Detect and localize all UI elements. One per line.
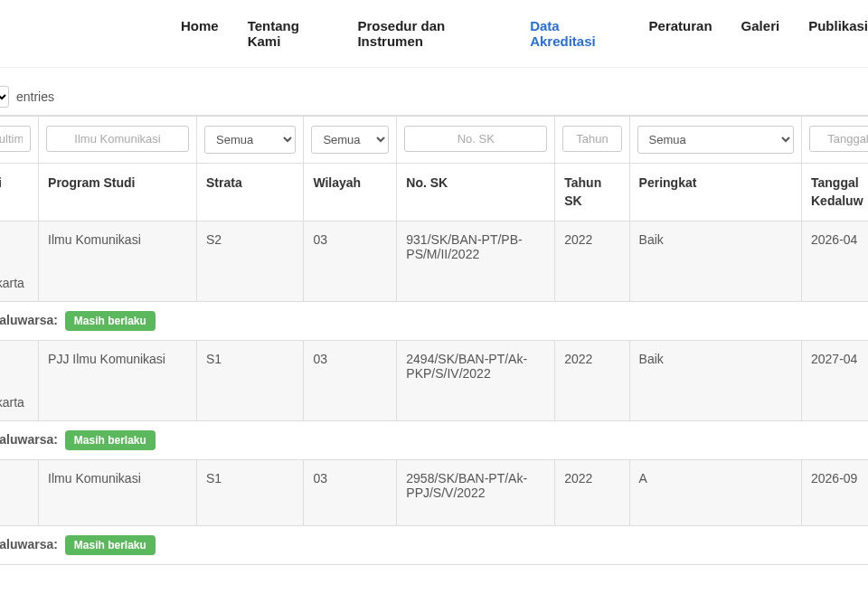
status-badge: Masih berlaku xyxy=(65,535,156,555)
th-nosk[interactable]: No. SK xyxy=(397,164,555,222)
cell-nosk: 931/SK/BAN-PT/PB-PS/M/II/2022 xyxy=(397,222,555,302)
th-pt[interactable]: ggi xyxy=(0,164,39,222)
child-row: edaluwarsa: Masih berlaku xyxy=(0,421,868,460)
filter-row: Semua Semua Semua xyxy=(0,117,868,164)
cell-program: Ilmu Komunikasi xyxy=(39,222,197,302)
cell-program: Ilmu Komunikasi xyxy=(39,460,197,526)
th-tanggal[interactable]: Tanggal Kedaluw xyxy=(802,164,869,222)
cell-tahun: 2022 xyxy=(555,222,629,302)
th-peringkat[interactable]: Peringkat xyxy=(629,164,801,222)
cell-strata: S1 xyxy=(197,341,304,421)
status-badge: Masih berlaku xyxy=(65,430,156,450)
expiry-label: edaluwarsa: xyxy=(0,537,58,552)
nav-tentang[interactable]: Tentang Kami xyxy=(248,18,329,49)
cell-tanggal: 2027-04 xyxy=(802,341,869,421)
th-strata[interactable]: Strata xyxy=(197,164,304,222)
filter-peringkat[interactable]: Semua xyxy=(637,126,794,154)
th-tahun[interactable]: Tahun SK xyxy=(555,164,629,222)
entries-select[interactable] xyxy=(0,86,9,108)
expiry-label: edaluwarsa: xyxy=(0,313,58,327)
expiry-label: edaluwarsa: xyxy=(0,432,58,447)
main-nav: Home Tentang Kami Prosedur dan Instrumen… xyxy=(0,0,868,68)
filter-nosk[interactable] xyxy=(404,126,547,152)
cell-peringkat: Baik xyxy=(629,222,801,302)
nav-prosedur[interactable]: Prosedur dan Instrumen xyxy=(357,18,501,49)
header-row: ggi Program Studi Strata Wilayah No. SK … xyxy=(0,164,868,222)
child-row: edaluwarsa: Masih berlaku xyxy=(0,302,868,341)
table-row: as ia a Jakarta Ilmu Komunikasi S2 03 93… xyxy=(0,222,868,302)
nav-home[interactable]: Home xyxy=(181,18,219,49)
nav-peraturan[interactable]: Peraturan xyxy=(649,18,712,49)
entries-label: entries xyxy=(16,90,54,104)
table-row: as ia a Ilmu Komunikasi S1 03 2958/SK/BA… xyxy=(0,460,868,526)
data-table-wrap: Semua Semua Semua ggi Program Studi Stra… xyxy=(0,115,868,565)
filter-tanggal[interactable] xyxy=(809,126,868,152)
accreditation-table: Semua Semua Semua ggi Program Studi Stra… xyxy=(0,116,868,565)
length-control: entries xyxy=(0,86,868,108)
cell-tanggal: 2026-09 xyxy=(802,460,869,526)
filter-wilayah[interactable]: Semua xyxy=(311,126,389,154)
cell-wilayah: 03 xyxy=(304,222,397,302)
cell-peringkat: A xyxy=(629,460,801,526)
cell-pt: as ia a Jakarta xyxy=(0,341,39,421)
cell-nosk: 2958/SK/BAN-PT/Ak-PPJ/S/V/2022 xyxy=(397,460,555,526)
child-row: edaluwarsa: Masih berlaku xyxy=(0,526,868,565)
filter-strata[interactable]: Semua xyxy=(204,126,296,154)
cell-program: PJJ Ilmu Komunikasi xyxy=(39,341,197,421)
cell-strata: S2 xyxy=(197,222,304,302)
filter-pt[interactable] xyxy=(0,126,31,152)
cell-strata: S1 xyxy=(197,460,304,526)
nav-publikasi[interactable]: Publikasi xyxy=(808,18,868,49)
nav-galeri[interactable]: Galeri xyxy=(741,18,780,49)
cell-wilayah: 03 xyxy=(304,460,397,526)
filter-program[interactable] xyxy=(46,126,189,152)
table-row: as ia a Jakarta PJJ Ilmu Komunikasi S1 0… xyxy=(0,341,868,421)
cell-peringkat: Baik xyxy=(629,341,801,421)
cell-wilayah: 03 xyxy=(304,341,397,421)
cell-tanggal: 2026-04 xyxy=(802,222,869,302)
cell-tahun: 2022 xyxy=(555,341,629,421)
filter-tahun[interactable] xyxy=(562,126,621,152)
cell-nosk: 2494/SK/BAN-PT/Ak-PKP/S/IV/2022 xyxy=(397,341,555,421)
nav-data-akreditasi[interactable]: Data Akreditasi xyxy=(530,18,619,49)
cell-pt: as ia a xyxy=(0,460,39,526)
status-badge: Masih berlaku xyxy=(65,311,156,331)
th-program[interactable]: Program Studi xyxy=(39,164,197,222)
cell-tahun: 2022 xyxy=(555,460,629,526)
th-wilayah[interactable]: Wilayah xyxy=(304,164,397,222)
cell-pt: as ia a Jakarta xyxy=(0,222,39,302)
